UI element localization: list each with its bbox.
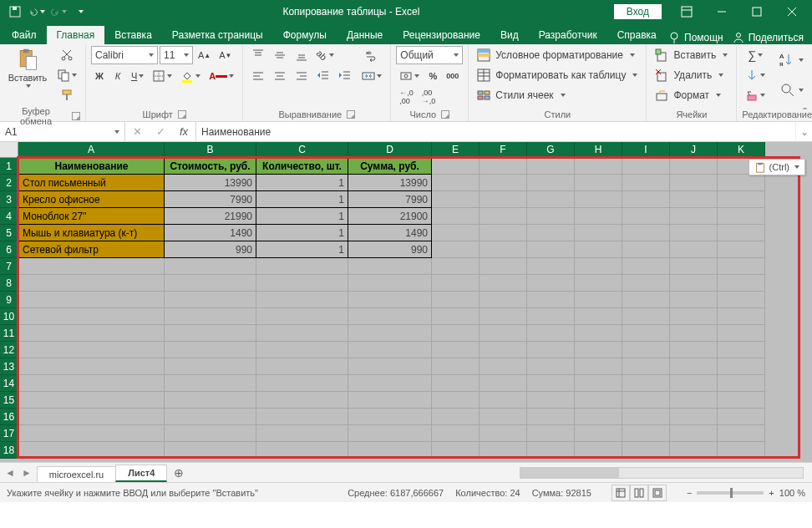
wrap-text-icon[interactable]: ab bbox=[358, 46, 385, 64]
sheet-nav-next-icon[interactable]: ► bbox=[22, 467, 32, 479]
cell[interactable] bbox=[432, 292, 480, 308]
cell[interactable] bbox=[527, 241, 575, 258]
cell[interactable] bbox=[348, 409, 432, 425]
cell[interactable] bbox=[622, 225, 670, 241]
cell[interactable] bbox=[622, 375, 670, 392]
cell[interactable] bbox=[348, 442, 432, 459]
cell[interactable] bbox=[622, 308, 670, 325]
cell[interactable] bbox=[432, 241, 480, 258]
cell[interactable] bbox=[348, 392, 432, 409]
cell[interactable] bbox=[432, 342, 480, 358]
cell[interactable] bbox=[527, 442, 575, 459]
tab-page-layout[interactable]: Разметка страницы bbox=[162, 26, 273, 44]
cell[interactable] bbox=[432, 191, 480, 208]
close-icon[interactable] bbox=[775, 0, 809, 23]
cell[interactable] bbox=[256, 392, 348, 409]
cell[interactable] bbox=[670, 308, 718, 325]
row-header[interactable]: 8 bbox=[0, 275, 18, 292]
delete-cells-button[interactable]: Удалить bbox=[652, 66, 727, 84]
merge-cells-icon[interactable] bbox=[358, 67, 385, 85]
cell[interactable] bbox=[622, 208, 670, 225]
cell[interactable] bbox=[527, 358, 575, 375]
cell[interactable] bbox=[527, 191, 575, 208]
cell[interactable] bbox=[165, 258, 256, 275]
cell[interactable] bbox=[432, 275, 480, 292]
format-painter-icon[interactable] bbox=[53, 86, 80, 104]
align-left-icon[interactable] bbox=[248, 67, 268, 85]
sort-filter-icon[interactable]: Aя bbox=[775, 46, 807, 74]
cell[interactable] bbox=[18, 375, 165, 392]
save-icon[interactable] bbox=[7, 3, 23, 20]
copy-icon[interactable] bbox=[53, 66, 80, 84]
cell[interactable] bbox=[622, 241, 670, 258]
cell[interactable] bbox=[622, 292, 670, 308]
cell[interactable] bbox=[670, 409, 718, 425]
cell[interactable]: 1490 bbox=[348, 225, 432, 241]
cell[interactable] bbox=[718, 225, 765, 241]
cell[interactable] bbox=[718, 275, 765, 292]
cell[interactable]: 21900 bbox=[348, 208, 432, 225]
cell[interactable]: Стол письменный bbox=[18, 175, 165, 191]
underline-button[interactable]: Ч bbox=[128, 67, 147, 85]
borders-icon[interactable] bbox=[149, 67, 175, 85]
cell[interactable] bbox=[480, 275, 527, 292]
cell[interactable] bbox=[18, 392, 165, 409]
row-header[interactable]: 18 bbox=[0, 442, 18, 459]
cell[interactable] bbox=[480, 409, 527, 425]
cell[interactable]: Сумма, руб. bbox=[348, 158, 432, 175]
cell[interactable] bbox=[622, 158, 670, 175]
tab-view[interactable]: Вид bbox=[490, 26, 529, 44]
tab-review[interactable]: Рецензирование bbox=[393, 26, 490, 44]
cell[interactable]: 1490 bbox=[165, 225, 256, 241]
tab-file[interactable]: Файл bbox=[2, 26, 47, 44]
cell[interactable] bbox=[527, 425, 575, 442]
cell[interactable] bbox=[622, 258, 670, 275]
cell[interactable]: 7990 bbox=[348, 191, 432, 208]
cell[interactable] bbox=[348, 325, 432, 342]
select-all-corner[interactable] bbox=[0, 142, 18, 158]
cell[interactable] bbox=[165, 442, 256, 459]
cell[interactable] bbox=[575, 308, 622, 325]
cell[interactable] bbox=[575, 358, 622, 375]
cell[interactable] bbox=[670, 375, 718, 392]
cell[interactable] bbox=[575, 442, 622, 459]
cell[interactable] bbox=[165, 342, 256, 358]
cell[interactable] bbox=[622, 175, 670, 191]
format-cells-button[interactable]: Формат bbox=[652, 86, 724, 104]
cell[interactable] bbox=[527, 392, 575, 409]
cell[interactable] bbox=[18, 442, 165, 459]
font-size-select[interactable]: 11 bbox=[160, 46, 193, 64]
cell[interactable] bbox=[18, 292, 165, 308]
cell[interactable] bbox=[348, 258, 432, 275]
cell[interactable] bbox=[18, 425, 165, 442]
cell[interactable] bbox=[718, 375, 765, 392]
cell[interactable] bbox=[480, 392, 527, 409]
cell[interactable] bbox=[18, 358, 165, 375]
spreadsheet-grid[interactable]: ABCDEFGHIJK 123456789101112131415161718 … bbox=[0, 142, 812, 462]
cell[interactable] bbox=[575, 175, 622, 191]
align-right-icon[interactable] bbox=[292, 67, 312, 85]
cell[interactable] bbox=[348, 358, 432, 375]
cell[interactable] bbox=[622, 392, 670, 409]
cell[interactable] bbox=[432, 392, 480, 409]
cell[interactable] bbox=[480, 325, 527, 342]
cell[interactable] bbox=[575, 425, 622, 442]
cell[interactable] bbox=[432, 158, 480, 175]
cell[interactable] bbox=[432, 208, 480, 225]
tab-help[interactable]: Справка bbox=[607, 26, 667, 44]
maximize-icon[interactable] bbox=[740, 0, 774, 23]
cell[interactable] bbox=[527, 409, 575, 425]
cell[interactable] bbox=[670, 342, 718, 358]
bold-button[interactable]: Ж bbox=[91, 67, 108, 85]
cell[interactable] bbox=[718, 409, 765, 425]
cell[interactable] bbox=[480, 208, 527, 225]
cell[interactable] bbox=[480, 308, 527, 325]
cell[interactable] bbox=[575, 275, 622, 292]
cell[interactable] bbox=[622, 325, 670, 342]
cell[interactable] bbox=[670, 292, 718, 308]
login-button[interactable]: Вход bbox=[614, 4, 662, 19]
cell[interactable] bbox=[18, 275, 165, 292]
column-header[interactable]: E bbox=[432, 142, 480, 158]
cell[interactable] bbox=[670, 442, 718, 459]
cell[interactable] bbox=[256, 375, 348, 392]
